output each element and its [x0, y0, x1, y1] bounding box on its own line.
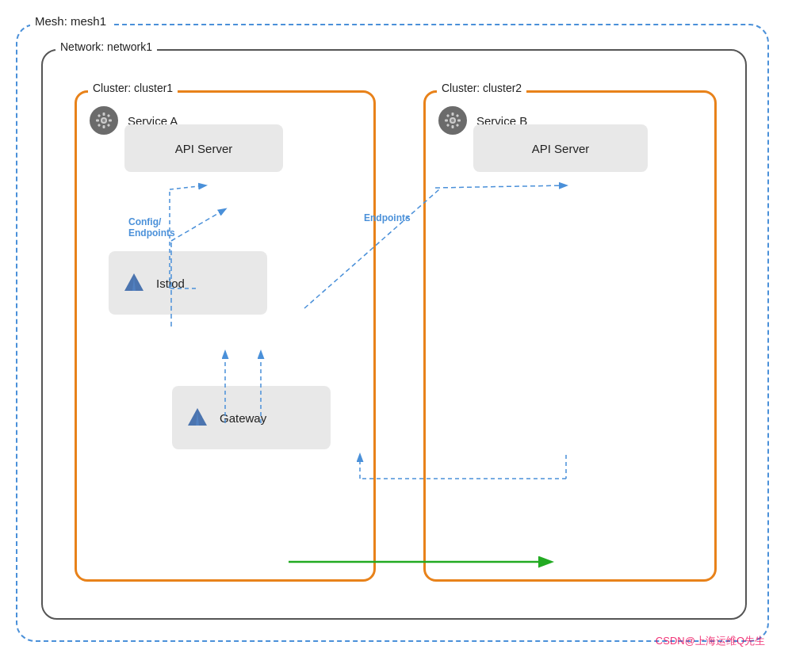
- svg-point-5: [102, 119, 105, 122]
- service-b-icon: [438, 106, 467, 135]
- cluster1-label: Cluster: cluster1: [88, 82, 178, 94]
- istiod-box: Istiod: [109, 251, 267, 315]
- svg-rect-16: [452, 113, 454, 116]
- svg-rect-21: [456, 114, 459, 117]
- gateway-icon: [185, 405, 210, 430]
- svg-rect-12: [98, 124, 101, 127]
- mesh-box: Mesh: mesh1 Network: network1 Cluster: c…: [16, 24, 769, 642]
- api-server-1: API Server: [124, 124, 283, 172]
- diagram-container: Mesh: mesh1 Network: network1 Cluster: c…: [8, 8, 781, 658]
- svg-rect-13: [107, 124, 110, 127]
- svg-rect-11: [107, 114, 110, 117]
- svg-rect-8: [96, 120, 99, 122]
- api-server-2: API Server: [473, 124, 648, 172]
- gateway-label: Gateway: [220, 411, 266, 425]
- svg-rect-10: [98, 114, 101, 117]
- istiod-label: Istiod: [156, 277, 185, 290]
- svg-rect-20: [446, 114, 450, 117]
- gateway-box: Gateway: [172, 386, 331, 449]
- service-a-icon: [90, 106, 118, 135]
- network-label: Network: network1: [55, 40, 157, 53]
- mesh-label: Mesh: mesh1: [30, 14, 111, 28]
- network-box: Network: network1 Cluster: cluster1 API …: [41, 49, 747, 620]
- cluster1-box: Cluster: cluster1 API Server Istiod: [75, 90, 376, 582]
- api-server-2-label: API Server: [532, 142, 590, 155]
- svg-rect-22: [446, 124, 450, 127]
- svg-rect-7: [103, 125, 105, 128]
- svg-rect-9: [109, 120, 112, 122]
- svg-point-15: [451, 119, 454, 122]
- cluster2-label: Cluster: cluster2: [437, 82, 526, 94]
- svg-rect-18: [445, 120, 448, 122]
- watermark: CSDN@上海运维Q先生: [656, 634, 765, 648]
- svg-rect-23: [456, 124, 459, 127]
- svg-rect-6: [103, 113, 105, 116]
- istiod-icon: [121, 270, 147, 296]
- svg-rect-19: [457, 120, 461, 122]
- cluster2-box: Cluster: cluster2 API Server: [423, 90, 717, 582]
- api-server-1-label: API Server: [175, 142, 233, 155]
- svg-rect-17: [452, 125, 454, 128]
